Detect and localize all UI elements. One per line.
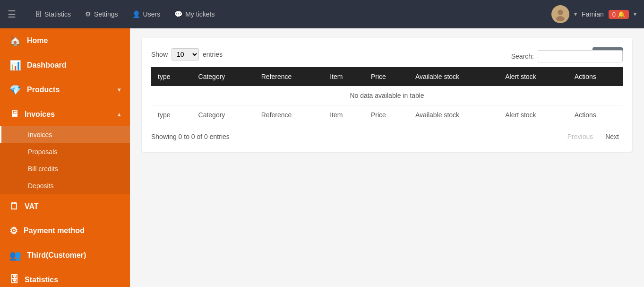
sidebar-item-label: Third(Customer) bbox=[27, 251, 120, 260]
footer-col-alert-stock: Alert stock bbox=[498, 105, 568, 125]
table-body: No data available in table bbox=[151, 86, 623, 105]
footer-col-item: Item bbox=[323, 105, 364, 125]
show-entries: Show 10 25 50 100 entries bbox=[151, 48, 223, 61]
col-type: type bbox=[151, 67, 192, 86]
sidebar-item-products[interactable]: 💎 Products ▾ bbox=[0, 78, 130, 102]
svg-point-2 bbox=[556, 16, 565, 21]
settings-nav-icon: ⚙ bbox=[85, 10, 91, 18]
sidebar-item-label: Payment method bbox=[24, 226, 120, 235]
entries-label: entries bbox=[203, 51, 223, 58]
sidebar-item-label: Invoices bbox=[25, 110, 112, 119]
notification-badge[interactable]: 0 🔔 bbox=[609, 10, 629, 19]
tickets-nav-icon: 💬 bbox=[174, 10, 182, 18]
sidebar-item-home[interactable]: 🏠 Home bbox=[0, 28, 130, 53]
products-icon: 💎 bbox=[9, 84, 21, 96]
col-reference: Reference bbox=[255, 67, 323, 86]
sidebar-item-label: Products bbox=[27, 86, 112, 94]
content-card: Show 10 25 50 100 entries New Search: bbox=[142, 38, 632, 152]
nav-statistics[interactable]: 🗄 Statistics bbox=[35, 10, 71, 18]
nav-users[interactable]: 👤 Users bbox=[132, 10, 161, 18]
col-alert-stock: Alert stock bbox=[498, 67, 568, 86]
show-label: Show bbox=[151, 51, 168, 58]
sidebar-subitem-bill-credits[interactable]: Bill credits bbox=[0, 160, 130, 177]
sidebar-subitem-proposals[interactable]: Proposals bbox=[0, 143, 130, 160]
sidebar: 🏠 Home 📊 Dashboard 💎 Products ▾ 🖥 Invoic… bbox=[0, 28, 130, 287]
avatar-chevron-icon[interactable]: ▾ bbox=[574, 11, 577, 17]
col-actions: Actions bbox=[568, 67, 623, 86]
nav-settings[interactable]: ⚙ Settings bbox=[85, 10, 118, 18]
invoices-submenu: Invoices Proposals Bill credits Deposits bbox=[0, 126, 130, 194]
previous-button[interactable]: Previous bbox=[564, 131, 597, 142]
statistics-icon: 🗄 bbox=[9, 274, 19, 285]
footer-col-reference: Reference bbox=[255, 105, 323, 125]
avatar bbox=[551, 5, 569, 23]
vat-icon: 🗒 bbox=[9, 201, 19, 212]
dashboard-icon: 📊 bbox=[9, 60, 21, 71]
top-navigation: ☰ 🗄 Statistics ⚙ Settings 👤 Users 💬 My t… bbox=[0, 0, 644, 28]
sidebar-item-invoices[interactable]: 🖥 Invoices ▴ bbox=[0, 102, 130, 126]
sidebar-item-dashboard[interactable]: 📊 Dashboard bbox=[0, 53, 130, 78]
pagination-buttons: Previous Next bbox=[564, 131, 623, 142]
footer-col-price: Price bbox=[364, 105, 409, 125]
statistics-nav-icon: 🗄 bbox=[35, 10, 42, 18]
col-available-stock: Available stock bbox=[409, 67, 498, 86]
col-price: Price bbox=[364, 67, 409, 86]
search-label: Search: bbox=[511, 52, 534, 60]
next-button[interactable]: Next bbox=[601, 131, 623, 142]
main-content: Show 10 25 50 100 entries New Search: bbox=[130, 28, 644, 287]
user-dropdown-chevron-icon[interactable]: ▾ bbox=[634, 11, 636, 17]
notification-count: 0 bbox=[612, 11, 616, 18]
table-footer: type Category Reference Item Price Avail… bbox=[151, 105, 623, 125]
users-nav-icon: 👤 bbox=[132, 10, 140, 18]
sidebar-item-vat[interactable]: 🗒 VAT bbox=[0, 194, 130, 218]
invoices-icon: 🖥 bbox=[9, 109, 19, 120]
sidebar-item-third[interactable]: 👥 Third(Customer) bbox=[0, 243, 130, 268]
entries-select[interactable]: 10 25 50 100 bbox=[172, 48, 199, 61]
hamburger-menu[interactable]: ☰ bbox=[8, 9, 16, 20]
sidebar-item-label: Dashboard bbox=[27, 61, 120, 70]
nav-links: 🗄 Statistics ⚙ Settings 👤 Users 💬 My tic… bbox=[35, 10, 551, 18]
entries-info: Showing 0 to 0 of 0 entries bbox=[151, 133, 230, 140]
home-icon: 🏠 bbox=[9, 35, 21, 46]
table-header: type Category Reference Item Price Avail… bbox=[151, 67, 623, 86]
sidebar-subitem-invoices[interactable]: Invoices bbox=[0, 126, 130, 143]
third-icon: 👥 bbox=[9, 250, 21, 261]
sidebar-item-statistics[interactable]: 🗄 Statistics bbox=[0, 268, 130, 287]
main-layout: 🏠 Home 📊 Dashboard 💎 Products ▾ 🖥 Invoic… bbox=[0, 28, 644, 287]
no-data-message: No data available in table bbox=[151, 86, 623, 105]
username-label: Famian bbox=[582, 10, 604, 18]
sidebar-item-payment[interactable]: ⚙ Payment method bbox=[0, 218, 130, 243]
svg-point-1 bbox=[558, 9, 563, 15]
data-table: type Category Reference Item Price Avail… bbox=[151, 67, 623, 124]
products-chevron-icon: ▾ bbox=[118, 87, 120, 93]
col-category: Category bbox=[192, 67, 255, 86]
sidebar-item-label: Home bbox=[27, 36, 120, 45]
sidebar-subitem-deposits[interactable]: Deposits bbox=[0, 177, 130, 194]
nav-right: ▾ Famian 0 🔔 ▾ bbox=[551, 5, 636, 23]
bell-icon: 🔔 bbox=[618, 11, 625, 18]
footer-col-available-stock: Available stock bbox=[409, 105, 498, 125]
payment-icon: ⚙ bbox=[9, 225, 18, 236]
footer-col-type: type bbox=[151, 105, 192, 125]
footer-col-category: Category bbox=[192, 105, 255, 125]
col-item: Item bbox=[323, 67, 364, 86]
invoices-chevron-icon: ▴ bbox=[118, 111, 120, 118]
pagination: Showing 0 to 0 of 0 entries Previous Nex… bbox=[151, 131, 623, 142]
search-input[interactable] bbox=[538, 50, 623, 62]
no-data-row: No data available in table bbox=[151, 86, 623, 105]
footer-col-actions: Actions bbox=[568, 105, 623, 125]
sidebar-item-label: Statistics bbox=[25, 276, 120, 284]
nav-tickets[interactable]: 💬 My tickets bbox=[174, 10, 215, 18]
sidebar-item-label: VAT bbox=[25, 202, 120, 211]
